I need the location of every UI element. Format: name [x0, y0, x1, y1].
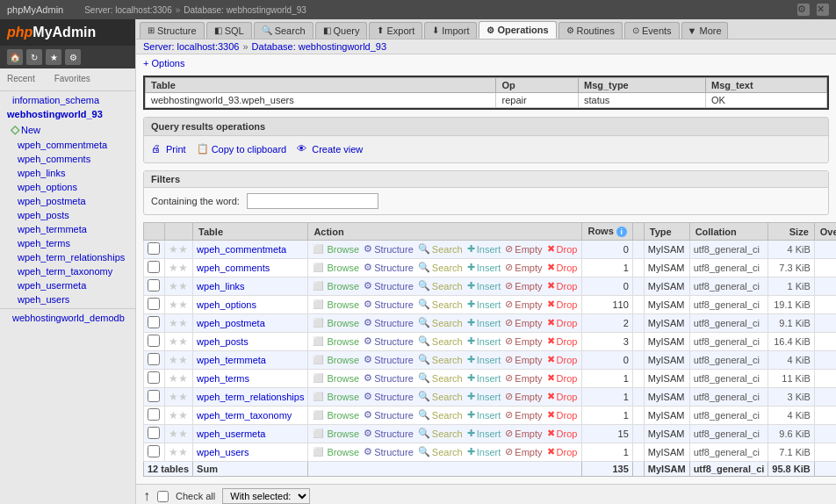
- row-checkbox[interactable]: [148, 335, 160, 347]
- search-link[interactable]: 🔍Search: [418, 299, 463, 310]
- empty-link[interactable]: ⊘Empty: [505, 280, 542, 292]
- copy-clipboard-link[interactable]: Copy to clipboard: [197, 143, 287, 155]
- insert-link[interactable]: ✚Insert: [467, 243, 501, 255]
- star-icon[interactable]: ★: [169, 354, 188, 366]
- options-link[interactable]: + Options: [143, 58, 184, 68]
- drop-link[interactable]: ✖Drop: [547, 354, 578, 365]
- print-link[interactable]: Print: [151, 143, 186, 155]
- star-icon[interactable]: ★: [169, 335, 188, 348]
- insert-link[interactable]: ✚Insert: [467, 354, 501, 365]
- row-checkbox[interactable]: [148, 445, 160, 457]
- insert-link[interactable]: ✚Insert: [467, 391, 501, 402]
- tab-sql[interactable]: ◧ SQL: [206, 22, 252, 39]
- structure-link[interactable]: ⚙Structure: [364, 372, 414, 384]
- search-link[interactable]: 🔍Search: [418, 243, 463, 255]
- structure-link[interactable]: ⚙Structure: [364, 354, 414, 365]
- sidebar-item-wpeh-postmeta[interactable]: wpeh_postmeta: [0, 194, 135, 208]
- rows-info-icon[interactable]: i: [616, 227, 627, 237]
- structure-link[interactable]: ⚙Structure: [364, 317, 414, 328]
- tab-export[interactable]: ⬆ Export: [369, 22, 422, 39]
- browse-link[interactable]: Browse: [313, 280, 359, 292]
- browse-link[interactable]: Browse: [313, 317, 359, 329]
- check-all-checkbox[interactable]: [157, 491, 169, 502]
- sidebar-item-wpeh-comments[interactable]: wpeh_comments: [0, 152, 135, 166]
- star-icon[interactable]: ★: [169, 299, 188, 311]
- row-checkbox[interactable]: [148, 261, 160, 273]
- filter-input[interactable]: [247, 193, 378, 209]
- row-table-name[interactable]: wpeh_postmeta: [193, 314, 308, 333]
- create-view-link[interactable]: Create view: [297, 143, 363, 155]
- insert-link[interactable]: ✚Insert: [467, 335, 501, 347]
- sidebar-item-information-schema[interactable]: information_schema: [0, 93, 135, 107]
- row-table-name[interactable]: wpeh_term_relationships: [193, 388, 308, 407]
- search-link[interactable]: 🔍Search: [418, 354, 463, 365]
- sidebar-item-wpeh-options[interactable]: wpeh_options: [0, 180, 135, 194]
- star-icon[interactable]: ★: [169, 446, 188, 458]
- empty-link[interactable]: ⊘Empty: [505, 335, 542, 347]
- drop-link[interactable]: ✖Drop: [547, 243, 578, 255]
- drop-link[interactable]: ✖Drop: [547, 299, 578, 310]
- sidebar-item-wpeh-usermeta[interactable]: wpeh_usermeta: [0, 278, 135, 292]
- search-link[interactable]: 🔍Search: [418, 446, 463, 457]
- row-checkbox[interactable]: [148, 390, 160, 402]
- star-icon[interactable]: ★: [169, 391, 188, 403]
- drop-link[interactable]: ✖Drop: [547, 335, 578, 347]
- empty-link[interactable]: ⊘Empty: [505, 299, 542, 310]
- insert-link[interactable]: ✚Insert: [467, 280, 501, 292]
- with-selected-select[interactable]: With selected:: [222, 488, 310, 504]
- structure-link[interactable]: ⚙Structure: [364, 243, 414, 255]
- tab-structure[interactable]: ⊞ Structure: [140, 22, 205, 39]
- star-icon[interactable]: ★: [169, 372, 188, 385]
- drop-link[interactable]: ✖Drop: [547, 262, 578, 273]
- sidebar-item-webhostingworld-93[interactable]: webhostingworld_93: [0, 107, 135, 121]
- browse-link[interactable]: Browse: [313, 409, 359, 421]
- row-table-name[interactable]: wpeh_comments: [193, 259, 308, 277]
- insert-link[interactable]: ✚Insert: [467, 446, 501, 457]
- browse-link[interactable]: Browse: [313, 243, 359, 256]
- browse-link[interactable]: Browse: [313, 372, 359, 385]
- empty-link[interactable]: ⊘Empty: [505, 317, 542, 328]
- empty-link[interactable]: ⊘Empty: [505, 354, 542, 365]
- empty-link[interactable]: ⊘Empty: [505, 372, 542, 384]
- browse-link[interactable]: Browse: [313, 299, 359, 311]
- sidebar-item-webhostingworld-demodb[interactable]: webhostingworld_demodb: [0, 311, 135, 325]
- drop-link[interactable]: ✖Drop: [547, 280, 578, 292]
- row-checkbox[interactable]: [148, 242, 160, 255]
- col-rows[interactable]: Rows i: [582, 223, 632, 241]
- search-link[interactable]: 🔍Search: [418, 372, 463, 384]
- search-link[interactable]: 🔍Search: [418, 280, 463, 292]
- row-table-name[interactable]: wpeh_terms: [193, 370, 308, 388]
- row-checkbox[interactable]: [148, 279, 160, 292]
- row-table-name[interactable]: wpeh_termmeta: [193, 351, 308, 370]
- empty-link[interactable]: ⊘Empty: [505, 262, 542, 273]
- tab-search[interactable]: 🔍 Search: [254, 22, 314, 39]
- row-checkbox[interactable]: [148, 408, 160, 421]
- tab-routines[interactable]: ⚙ Routines: [559, 22, 623, 39]
- row-table-name[interactable]: wpeh_options: [193, 296, 308, 314]
- drop-link[interactable]: ✖Drop: [547, 409, 578, 421]
- row-table-name[interactable]: wpeh_term_taxonomy: [193, 407, 308, 425]
- browse-link[interactable]: Browse: [313, 354, 359, 366]
- tab-query[interactable]: ◧ Query: [315, 22, 368, 39]
- tab-operations[interactable]: ⚙ Operations: [479, 21, 556, 39]
- row-checkbox[interactable]: [148, 353, 160, 365]
- star-icon[interactable]: ★: [169, 243, 188, 256]
- search-link[interactable]: 🔍Search: [418, 335, 463, 347]
- tab-events[interactable]: ⊙ Events: [624, 22, 680, 39]
- sidebar-item-wpeh-terms[interactable]: wpeh_terms: [0, 236, 135, 250]
- row-table-name[interactable]: wpeh_usermeta: [193, 425, 308, 443]
- sidebar-item-wpeh-users[interactable]: wpeh_users: [0, 292, 135, 306]
- structure-link[interactable]: ⚙Structure: [364, 335, 414, 347]
- col-table-name[interactable]: Table: [193, 223, 308, 241]
- drop-link[interactable]: ✖Drop: [547, 446, 578, 457]
- structure-link[interactable]: ⚙Structure: [364, 428, 414, 439]
- sidebar-item-wpeh-term-taxonomy[interactable]: wpeh_term_taxonomy: [0, 264, 135, 278]
- insert-link[interactable]: ✚Insert: [467, 372, 501, 384]
- browse-link[interactable]: Browse: [313, 391, 359, 403]
- structure-link[interactable]: ⚙Structure: [364, 409, 414, 421]
- sidebar-new-table-link[interactable]: ◇ New: [0, 121, 135, 138]
- row-checkbox[interactable]: [148, 298, 160, 310]
- insert-link[interactable]: ✚Insert: [467, 317, 501, 328]
- tab-import[interactable]: ⬇ Import: [424, 22, 477, 39]
- sidebar-item-wpeh-commentmeta[interactable]: wpeh_commentmeta: [0, 138, 135, 152]
